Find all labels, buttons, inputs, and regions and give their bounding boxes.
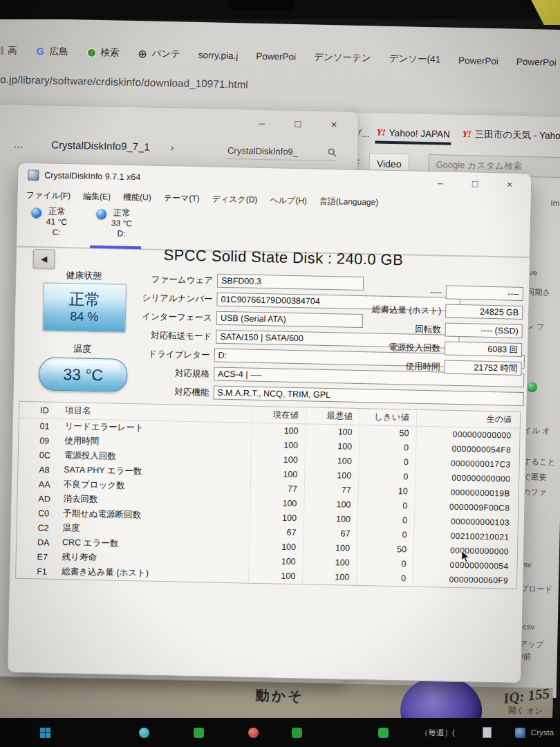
- close-button[interactable]: ×: [328, 118, 340, 130]
- health-status-box[interactable]: 正常 84 %: [43, 282, 127, 332]
- menu-item[interactable]: 言語(Language): [319, 195, 379, 208]
- stat-value: ----: [446, 286, 523, 301]
- bookmark-item[interactable]: デンソーテン: [314, 51, 371, 65]
- yahoo-tab[interactable]: Y! 三田市の天気 - Yahoo: [462, 128, 560, 147]
- explorer-search-value: CrystalDiskInfo9_: [227, 145, 298, 157]
- attr-worst: 67: [303, 526, 357, 542]
- menu-item[interactable]: ヘルプ(H): [270, 194, 307, 207]
- bookmark-item[interactable]: PowerPoi: [256, 50, 296, 62]
- attr-raw: 0000000060F9: [413, 572, 516, 589]
- taskbar-label-app[interactable]: Crysta: [531, 728, 554, 737]
- attr-id: 01: [40, 421, 65, 432]
- bookmark-item[interactable]: 高: [1, 44, 17, 57]
- mouse-cursor: [461, 550, 470, 563]
- attr-id: 0C: [39, 450, 64, 461]
- smart-orb-cell: [17, 537, 37, 547]
- menu-item[interactable]: テーマ(T): [164, 192, 200, 205]
- document-icon[interactable]: [483, 727, 492, 738]
- attr-id: DA: [37, 537, 62, 548]
- attr-worst: 100: [304, 468, 358, 483]
- taskbar-app-icon[interactable]: [194, 728, 204, 738]
- bookmark-item[interactable]: 広島: [35, 45, 68, 58]
- open-online-fragment: 開く オン: [508, 706, 543, 717]
- menu-item[interactable]: ディスク(D): [212, 193, 257, 205]
- attr-id: E7: [37, 552, 62, 562]
- bookmarks-bar: 高 広島 検索 パンテ sorry.pia.j PowerPoi デンソーテン: [1, 39, 560, 74]
- attr-current: 100: [250, 467, 304, 483]
- attr-id: 09: [39, 436, 64, 446]
- smart-orb-cell: [16, 566, 37, 576]
- explorer-window-controls: – □ ×: [256, 117, 340, 131]
- info-label: ファームウェア: [120, 273, 213, 286]
- yahoo-tab[interactable]: Y! Yahoo! JAPAN: [376, 127, 449, 143]
- attr-worst: 100: [304, 453, 358, 469]
- col-current: 現在値: [252, 407, 306, 424]
- photo-stage: 高 広島 検索 パンテ sorry.pia.j PowerPoi デンソーテン: [0, 0, 560, 747]
- attr-id: A8: [39, 465, 64, 475]
- smart-orb-cell: [17, 508, 38, 518]
- page-url-text[interactable]: o.jp/library/software/crdiskinfo/downloa…: [0, 73, 248, 91]
- bookmark-item[interactable]: sorry.pia.j: [198, 50, 239, 61]
- bookmark-label: デンソーテン: [314, 51, 371, 65]
- minimize-button[interactable]: –: [434, 177, 447, 188]
- minimize-button[interactable]: –: [256, 117, 268, 129]
- menu-item[interactable]: ファイル(F): [26, 189, 71, 201]
- bookmark-item[interactable]: デンソー(41: [389, 53, 441, 66]
- drive-status: 正常: [48, 207, 66, 217]
- bookmark-item[interactable]: PowerPoi: [516, 56, 557, 67]
- attr-current: 100: [251, 423, 305, 439]
- attr-threshold: 0: [358, 454, 415, 470]
- smart-orb-cell: [17, 522, 37, 533]
- maximize-button[interactable]: □: [292, 118, 304, 129]
- taskbar-app-icon[interactable]: [378, 728, 389, 738]
- drive-tab[interactable]: 正常 41 °C C:: [30, 206, 67, 238]
- taskbar-app-icon[interactable]: [248, 728, 259, 738]
- drive-tab[interactable]: 正常 33 °C D:: [95, 208, 132, 239]
- taskbar-app-icon[interactable]: [139, 728, 149, 738]
- wallpaper-text-fragment: 動かそ: [255, 686, 304, 706]
- attr-threshold: 0: [357, 513, 414, 528]
- yahoo-y-icon: Y!: [463, 129, 472, 140]
- webcam-notch: [228, 0, 294, 10]
- stat-row: 電源投入回数 6083 回: [312, 339, 522, 357]
- smart-table: ID 項目名 現在値 最悪値 しきい値 生の値 01 リードエラーレート 100…: [15, 401, 521, 589]
- health-status-value: 正常: [68, 290, 101, 308]
- drive-letter: C:: [52, 228, 60, 237]
- cdi-window-controls: – □ ×: [434, 177, 516, 190]
- maximize-button[interactable]: □: [469, 178, 481, 189]
- info-value: S.M.A.R.T., NCQ, TRIM, GPL: [213, 386, 524, 406]
- close-button[interactable]: ×: [503, 178, 516, 190]
- info-label: 対応転送モード: [118, 329, 212, 342]
- attr-id: AD: [38, 494, 63, 504]
- taskbar-app-icon[interactable]: [292, 728, 302, 738]
- taskbar-label-weekly[interactable]: （毎週）(: [420, 728, 455, 738]
- bookmark-label: 検索: [100, 46, 119, 59]
- crystaldiskinfo-taskbar-icon[interactable]: [515, 728, 525, 738]
- stat-row: 使用時間 21752 時間: [311, 358, 521, 376]
- menu-item[interactable]: 機能(U): [123, 191, 151, 203]
- col-raw: 生の値: [416, 410, 520, 428]
- info-label: 対応機能: [118, 385, 209, 398]
- breadcrumb-folder[interactable]: CrystalDiskInfo9_7_1: [51, 139, 150, 153]
- bookmark-favicon: [1, 46, 3, 55]
- back-button[interactable]: ◀: [32, 249, 55, 269]
- bookmark-label: パンテ: [151, 48, 180, 61]
- explorer-search-input[interactable]: CrystalDiskInfo9_: [227, 145, 337, 161]
- menu-item[interactable]: 編集(E): [83, 190, 111, 203]
- smart-orb-cell: [18, 464, 39, 474]
- image-link-fragment[interactable]: Im: [550, 199, 560, 208]
- bookmark-item[interactable]: パンテ: [137, 47, 180, 60]
- taskbar-app-icon[interactable]: [40, 728, 50, 738]
- breadcrumb-ellipsis[interactable]: …: [13, 138, 25, 149]
- bookmark-item[interactable]: PowerPoi: [458, 55, 498, 66]
- temperature-pill[interactable]: 33 °C: [39, 357, 128, 392]
- yahoo-y-icon: Y!: [377, 127, 386, 138]
- info-label: 対応規格: [118, 366, 209, 380]
- bookmark-item[interactable]: 検索: [86, 46, 119, 59]
- search-icon: [328, 148, 337, 157]
- laptop-screen: 高 広島 検索 パンテ sorry.pia.j PowerPoi デンソーテン: [0, 18, 560, 732]
- stat-value: 21752 時間: [444, 360, 521, 376]
- bookmark-label: PowerPoi: [516, 56, 557, 67]
- attr-current: 100: [250, 496, 304, 512]
- drive-letter: D:: [117, 229, 125, 239]
